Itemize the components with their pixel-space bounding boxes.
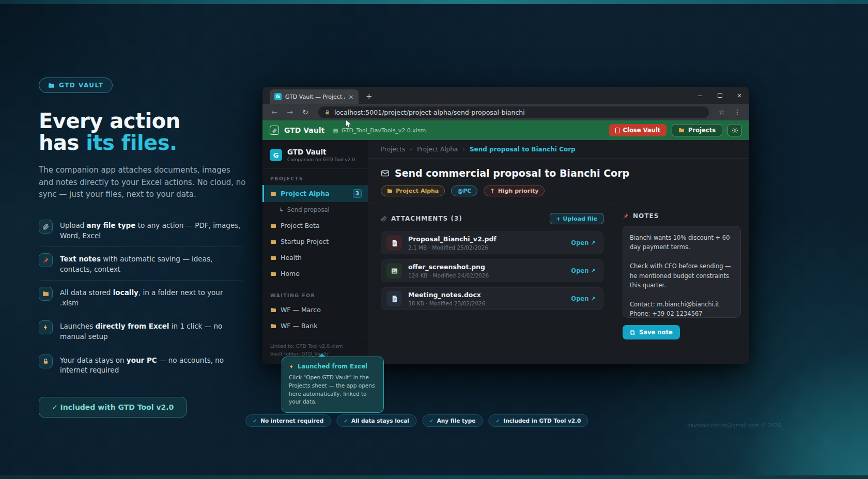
sidebar-item-label: Project Alpha [281, 190, 330, 197]
browser-tab[interactable]: G GTD Vault — Project Alpha × [270, 89, 359, 104]
pdf-file-icon [386, 235, 402, 251]
lock-icon [39, 354, 53, 368]
badge-label: No internet required [260, 418, 323, 424]
sidebar-item-label: WF — Bank [281, 322, 317, 330]
maximize-icon [718, 93, 722, 98]
reload-button[interactable]: ↻ [299, 108, 312, 116]
note-textarea[interactable]: Bianchi wants 10% discount + 60-day paym… [623, 226, 741, 318]
folder-icon [270, 255, 276, 261]
save-note-button[interactable]: Save note [623, 325, 680, 339]
vault-brand-name: GTD Vault [284, 126, 324, 134]
sidebar-item-startup-project[interactable]: Startup Project [262, 234, 368, 250]
file-list: Proposal_Bianchi_v2.pdf 2.1 MB · Modifie… [381, 231, 603, 310]
feature-upload: Upload any file type to any action — PDF… [39, 213, 242, 247]
file-row-pdf[interactable]: Proposal_Bianchi_v2.pdf 2.1 MB · Modifie… [381, 231, 603, 254]
file-name: offer_screenshot.png [408, 263, 489, 271]
sidebar-item-label: WF — Marco [281, 306, 321, 314]
linked-workbook-info: Linked to: GTD Tool v2.0.xlsm [270, 342, 360, 350]
floppy-save-icon [630, 330, 636, 335]
notes-header: NOTES [623, 212, 741, 220]
file-meta: 2.1 MB · Modified 25/02/2026 [408, 244, 497, 251]
product-badge-label: GTD VAULT [59, 82, 103, 89]
tab-title: GTD Vault — Project Alpha [285, 94, 345, 100]
product-badge: GTD VAULT [39, 78, 113, 93]
lightning-icon [39, 320, 53, 334]
minimize-button[interactable]: − [690, 87, 710, 104]
callout-title: Launched from Excel [289, 363, 377, 370]
address-bar[interactable]: localhost:5001/project/project-alpha/sen… [318, 106, 709, 118]
close-window-button[interactable]: × [730, 87, 749, 104]
feature-privacy: Your data stays on your PC — no accounts… [39, 348, 242, 381]
waiting-section-label: WAITING FOR [262, 286, 368, 302]
forward-button[interactable]: → [283, 108, 297, 116]
breadcrumb-current: Send proposal to Bianchi Corp [470, 146, 576, 153]
feature-text: Text notes with automatic saving — ideas… [60, 253, 242, 274]
sidebar-subitem-send-proposal[interactable]: ↳ Send proposal [262, 202, 368, 218]
pushpin-icon [39, 253, 53, 267]
bookmark-star-icon[interactable]: ☆ [715, 108, 729, 116]
check-icon: ✓ [253, 418, 257, 424]
file-row-doc[interactable]: Meeting_notes.docx 38 KB · Modified 23/0… [381, 287, 603, 310]
badge-label: Included in GTD Tool v2.0 [503, 418, 581, 424]
page: GTD VAULT Every action has its files. Th… [0, 0, 868, 479]
open-file-link[interactable]: Open ↗ [571, 295, 596, 302]
feature-notes: Text notes with automatic saving — ideas… [39, 247, 242, 281]
paperclip-icon [39, 220, 53, 234]
priority-tag-label: High priority [498, 188, 539, 194]
badge-label: All data stays local [351, 418, 409, 424]
callout-title-text: Launched from Excel [298, 363, 367, 370]
file-row-image[interactable]: offer_screenshot.png 124 KB · Modified 2… [381, 259, 603, 282]
browser-toolbar: ← → ↻ localhost:5001/project/project-alp… [262, 104, 749, 120]
doc-file-icon [386, 291, 402, 306]
sidebar-item-home[interactable]: Home [262, 266, 368, 282]
sidebar-item-label: Project Beta [281, 222, 320, 229]
sidebar-item-project-alpha[interactable]: Project Alpha 3 [262, 185, 368, 202]
lightning-icon [289, 364, 295, 369]
sidebar-item-health[interactable]: Health [262, 250, 368, 266]
browser-menu-icon[interactable]: ⋮ [731, 108, 744, 116]
upload-file-button[interactable]: + Upload file [550, 213, 603, 224]
file-meta: 38 KB · Modified 23/02/2026 [408, 300, 485, 306]
sidebar-item-label: Home [281, 270, 300, 277]
hero-title-line2b: its files. [86, 131, 177, 154]
maximize-button[interactable] [710, 87, 730, 104]
projects-button[interactable]: Projects [672, 124, 722, 136]
breadcrumb-project-alpha[interactable]: Project Alpha [417, 146, 458, 153]
check-icon: ✓ [429, 418, 434, 424]
badge-any-file-type: ✓ Any file type [422, 414, 483, 427]
context-tag: @PC [451, 186, 477, 196]
close-vault-label: Close Vault [623, 127, 661, 134]
folder-icon [270, 191, 276, 197]
breadcrumb: Projects › Project Alpha › Send proposal… [368, 140, 749, 159]
sidebar-item-wf-marco[interactable]: WF — Marco [262, 302, 368, 318]
action-title: Send commercial proposal to Bianchi Corp [381, 167, 737, 179]
close-vault-button[interactable]: Close Vault [609, 124, 667, 136]
badge-no-internet: ✓ No internet required [245, 414, 331, 427]
priority-tag: ↑ High priority [484, 186, 545, 196]
sidebar-item-wf-bank[interactable]: WF — Bank [262, 318, 368, 334]
footer-badge-row: ✓ No internet required ✓ All data stays … [245, 414, 588, 427]
folder-icon [39, 287, 53, 301]
sidebar-item-project-beta[interactable]: Project Beta [262, 218, 368, 234]
gear-icon [732, 127, 738, 134]
project-tag: Project Alpha [381, 186, 445, 196]
attachments-panel: ATTACHMENTS (3) + Upload file Proposal_B… [368, 204, 614, 364]
attachments-header: ATTACHMENTS (3) + Upload file [381, 213, 603, 224]
breadcrumb-projects[interactable]: Projects [381, 146, 405, 153]
content-columns: ATTACHMENTS (3) + Upload file Proposal_B… [368, 204, 749, 364]
vault-main: Projects › Project Alpha › Send proposal… [368, 140, 749, 364]
open-file-link[interactable]: Open ↗ [571, 239, 596, 246]
back-button[interactable]: ← [268, 108, 281, 116]
open-file-link[interactable]: Open ↗ [571, 267, 596, 274]
included-cta-button[interactable]: ✓ Included with GTD Tool v2.0 [39, 397, 187, 418]
tab-close-icon[interactable]: × [348, 93, 354, 101]
settings-button[interactable] [727, 124, 742, 136]
tab-favicon: G [274, 93, 282, 100]
window-controls: − × [690, 87, 749, 104]
url-text: localhost:5001/project/project-alpha/sen… [334, 109, 525, 116]
folder-icon [48, 82, 55, 89]
linked-workbook: ▦ GTD_Tool_DavTools_v2.0.xlsm [333, 127, 426, 134]
feature-text: Launches directly from Excel in 1 click … [60, 320, 242, 342]
folder-icon [387, 188, 393, 194]
new-tab-button[interactable]: + [366, 92, 373, 101]
